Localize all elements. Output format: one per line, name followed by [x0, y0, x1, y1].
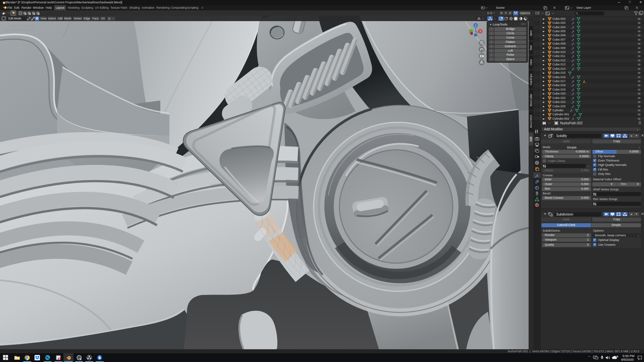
svg-text:X: X	[479, 29, 481, 33]
svg-text:Z: Z	[475, 24, 477, 27]
svg-text:8: 8	[641, 358, 642, 360]
